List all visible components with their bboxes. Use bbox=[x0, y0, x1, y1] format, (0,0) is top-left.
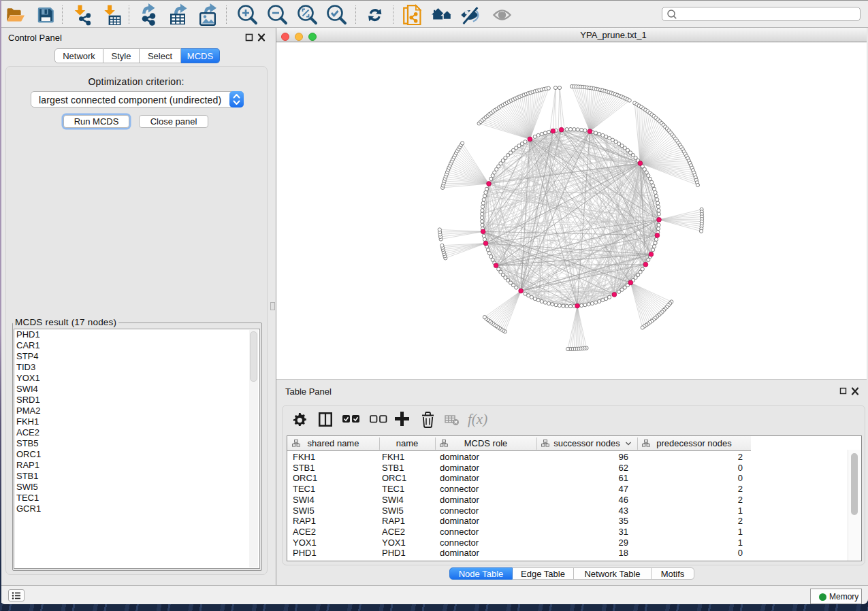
svg-text:f(x): f(x) bbox=[468, 411, 487, 427]
